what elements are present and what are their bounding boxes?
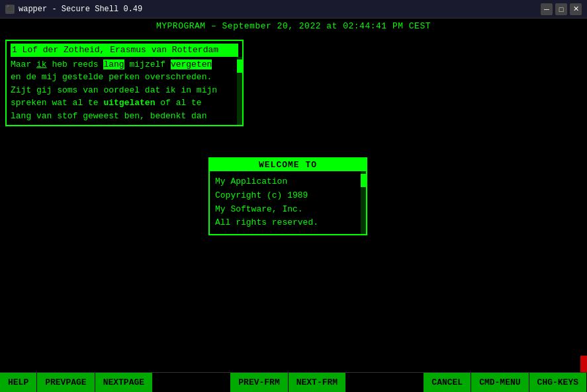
- next-frm-button[interactable]: NEXT-FRM: [289, 373, 346, 392]
- window-title: wapper - Secure Shell 0.49: [19, 5, 142, 14]
- minimize-button[interactable]: ─: [541, 3, 553, 15]
- nextpage-button[interactable]: NEXTPAGE: [95, 373, 153, 392]
- word-ik: ik: [36, 59, 47, 69]
- prev-frm-button[interactable]: PREV-FRM: [230, 373, 288, 392]
- welcome-line-1: My Application: [215, 175, 361, 189]
- chg-keys-button[interactable]: CHG-KEYS: [529, 373, 587, 392]
- status-bar: HELP PREVPAGE NEXTPAGE PREV-FRM NEXT-FRM…: [0, 372, 587, 392]
- app-icon: ⬛: [5, 5, 15, 14]
- word-lang: lang: [103, 59, 124, 69]
- red-indicator: [580, 356, 587, 372]
- text-line-4: spreken wat al te uitgelaten of al te: [11, 97, 238, 110]
- maximize-button[interactable]: □: [555, 3, 567, 15]
- cmd-menu-button[interactable]: CMD-MENU: [471, 373, 529, 392]
- scrollbar-thumb: [237, 59, 242, 73]
- prevpage-button[interactable]: PREVPAGE: [37, 373, 95, 392]
- text-line-3: Zijt gij soms van oordeel dat ik in mijn: [11, 84, 238, 97]
- terminal-header: MYPROGRAM – September 20, 2022 at 02:44:…: [0, 19, 587, 34]
- word-vergeten: vergeten: [171, 59, 212, 69]
- title-bar: ⬛ wapper - Secure Shell 0.49 ─ □ ✕: [0, 0, 587, 19]
- text-line-5: lang van stof geweest ben, bedenkt dan: [11, 110, 238, 123]
- word-uitgelaten: uitgelaten: [103, 98, 155, 108]
- welcome-line-4: All rights reserved.: [215, 216, 361, 230]
- text-box-title: 1 Lof der Zotheid, Erasmus van Rotterdam: [11, 44, 238, 57]
- text-content-box: 1 Lof der Zotheid, Erasmus van Rotterdam…: [5, 40, 244, 126]
- dialog-scrollbar-thumb: [361, 174, 366, 187]
- text-scrollbar[interactable]: [237, 57, 242, 125]
- text-line-1: Maar ik heb reeds lang mijzelf vergeten: [11, 58, 238, 71]
- welcome-dialog: WELCOME TO My Application Copyright (c) …: [208, 157, 367, 235]
- welcome-dialog-title: WELCOME TO: [210, 159, 366, 171]
- welcome-line-2: Copyright (c) 1989: [215, 189, 361, 203]
- text-line-2: en de mij gestelde perken overschreden.: [11, 71, 238, 84]
- title-bar-left: ⬛ wapper - Secure Shell 0.49: [5, 5, 142, 14]
- terminal-title: MYPROGRAM – September 20, 2022 at 02:44:…: [156, 21, 431, 31]
- cancel-button[interactable]: CANCEL: [424, 373, 471, 392]
- welcome-line-3: My Software, Inc.: [215, 203, 361, 217]
- status-spacer-2: [346, 373, 424, 392]
- close-button[interactable]: ✕: [570, 3, 582, 15]
- terminal-area: MYPROGRAM – September 20, 2022 at 02:44:…: [0, 19, 587, 372]
- help-button[interactable]: HELP: [0, 373, 37, 392]
- window-controls: ─ □ ✕: [541, 3, 582, 15]
- welcome-dialog-body: My Application Copyright (c) 1989 My Sof…: [210, 171, 366, 234]
- status-spacer: [153, 373, 230, 392]
- dialog-scrollbar[interactable]: [361, 171, 366, 234]
